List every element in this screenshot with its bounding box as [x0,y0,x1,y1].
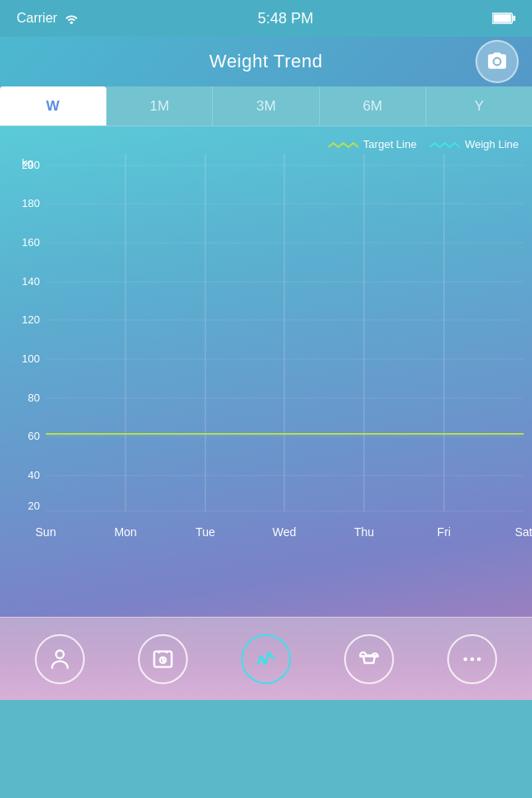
bottom-nav [0,617,532,700]
tab-3M[interactable]: 3M [213,86,319,126]
svg-text:180: 180 [22,197,40,209]
tab-Y[interactable]: Y [426,86,532,126]
svg-point-34 [268,653,271,656]
svg-point-36 [470,657,475,661]
svg-text:160: 160 [22,236,40,249]
health-icon [357,648,381,671]
weigh-line-icon [430,139,460,150]
svg-text:80: 80 [28,392,40,404]
nav-profile-button[interactable] [35,634,85,684]
chart-svg: kg 200 180 160 140 120 100 80 60 40 20 S… [0,154,532,578]
x-label-mon: Mon [114,525,136,539]
carrier-label: Carrier [17,11,57,26]
person-icon [48,648,71,671]
svg-text:40: 40 [28,469,40,481]
svg-point-37 [477,657,481,661]
time-label: 5:48 PM [258,10,313,27]
svg-text:200: 200 [22,159,40,171]
trend-icon [254,648,278,671]
tab-bar: W 1M 3M 6M Y [0,86,532,126]
profile-button[interactable] [475,40,519,83]
svg-rect-1 [513,16,515,22]
nav-more-button[interactable] [447,634,497,684]
svg-point-35 [464,657,468,661]
target-line-icon [328,139,358,150]
svg-text:20: 20 [28,500,40,512]
tab-W[interactable]: W [0,86,106,126]
nav-trend-button[interactable] [241,634,291,684]
svg-text:100: 100 [22,352,40,365]
x-label-fri: Fri [437,525,451,539]
tab-1M[interactable]: 1M [106,86,213,126]
scale-icon [151,648,175,671]
battery-icon [492,12,515,24]
svg-point-32 [259,657,263,660]
svg-point-29 [56,650,63,658]
svg-rect-2 [493,14,510,22]
more-icon [461,648,484,671]
nav-scale-button[interactable] [138,634,188,684]
nav-health-button[interactable] [344,634,394,684]
chart-container: Target Line Weigh Line kg 200 180 160 14… [0,126,532,617]
chart-legend: Target Line Weigh Line [0,135,532,154]
page-title: Weight Trend [209,51,323,72]
camera-icon [486,51,508,72]
tab-6M[interactable]: 6M [320,86,426,126]
weigh-legend: Weigh Line [430,138,519,150]
wifi-icon [64,12,79,24]
x-label-sun: Sun [36,525,57,539]
svg-text:140: 140 [22,275,40,288]
svg-text:120: 120 [22,313,40,326]
x-label-tue: Tue [195,525,215,539]
x-label-wed: Wed [273,525,297,539]
header: Weight Trend [0,37,532,86]
x-label-sat: Sat [515,525,532,539]
x-label-thu: Thu [354,525,374,539]
status-bar: Carrier 5:48 PM [0,0,532,37]
svg-point-33 [264,660,267,663]
svg-text:60: 60 [28,430,40,442]
target-legend: Target Line [328,138,416,150]
